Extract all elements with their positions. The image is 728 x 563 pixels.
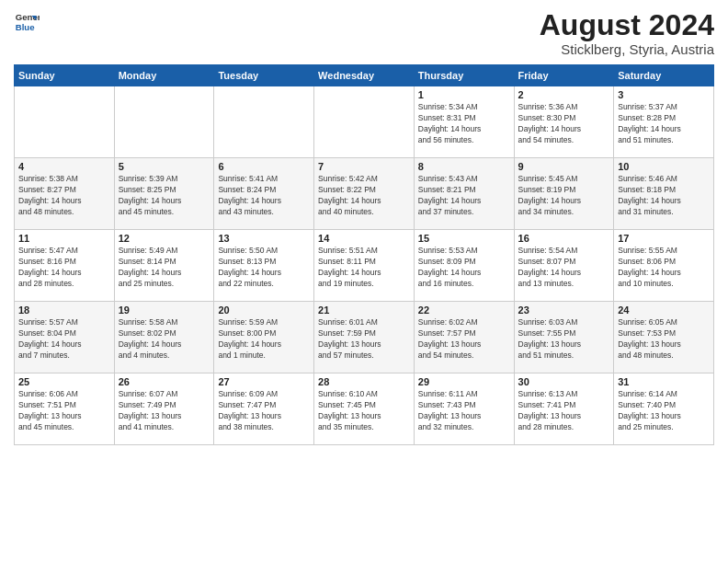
day-info: Sunrise: 5:59 AM Sunset: 8:00 PM Dayligh… bbox=[218, 317, 310, 362]
day-number: 24 bbox=[618, 304, 710, 316]
day-info: Sunrise: 6:14 AM Sunset: 7:40 PM Dayligh… bbox=[618, 389, 710, 433]
day-info: Sunrise: 5:50 AM Sunset: 8:13 PM Dayligh… bbox=[218, 246, 310, 290]
calendar-table: Sunday Monday Tuesday Wednesday Thursday… bbox=[14, 64, 714, 445]
day-number: 21 bbox=[318, 304, 410, 316]
day-number: 7 bbox=[318, 161, 410, 172]
day-info: Sunrise: 6:10 AM Sunset: 7:45 PM Dayligh… bbox=[318, 389, 410, 433]
table-row bbox=[114, 86, 214, 158]
day-info: Sunrise: 6:13 AM Sunset: 7:41 PM Dayligh… bbox=[518, 389, 610, 433]
table-row: 3Sunrise: 5:37 AM Sunset: 8:28 PM Daylig… bbox=[614, 86, 714, 158]
day-number: 13 bbox=[218, 233, 310, 244]
table-row: 29Sunrise: 6:11 AM Sunset: 7:43 PM Dayli… bbox=[414, 373, 514, 445]
day-info: Sunrise: 5:34 AM Sunset: 8:31 PM Dayligh… bbox=[418, 102, 510, 146]
day-number: 30 bbox=[518, 376, 610, 387]
day-info: Sunrise: 6:05 AM Sunset: 7:53 PM Dayligh… bbox=[618, 317, 710, 362]
day-info: Sunrise: 6:09 AM Sunset: 7:47 PM Dayligh… bbox=[218, 389, 310, 433]
day-number: 6 bbox=[218, 161, 310, 172]
day-info: Sunrise: 5:39 AM Sunset: 8:25 PM Dayligh… bbox=[119, 174, 210, 218]
col-saturday: Saturday bbox=[614, 65, 714, 86]
logo: General Blue bbox=[14, 9, 40, 35]
day-info: Sunrise: 5:47 AM Sunset: 8:16 PM Dayligh… bbox=[18, 246, 110, 290]
day-number: 17 bbox=[618, 233, 710, 244]
day-number: 23 bbox=[518, 304, 610, 316]
day-number: 11 bbox=[18, 233, 110, 244]
day-info: Sunrise: 6:07 AM Sunset: 7:49 PM Dayligh… bbox=[119, 389, 210, 433]
day-info: Sunrise: 6:02 AM Sunset: 7:57 PM Dayligh… bbox=[418, 317, 510, 362]
table-row: 14Sunrise: 5:51 AM Sunset: 8:11 PM Dayli… bbox=[314, 230, 415, 302]
day-info: Sunrise: 5:53 AM Sunset: 8:09 PM Dayligh… bbox=[418, 246, 510, 290]
day-number: 8 bbox=[418, 161, 510, 172]
table-row: 19Sunrise: 5:58 AM Sunset: 8:02 PM Dayli… bbox=[114, 302, 214, 373]
day-info: Sunrise: 5:57 AM Sunset: 8:04 PM Dayligh… bbox=[18, 317, 110, 362]
day-info: Sunrise: 5:38 AM Sunset: 8:27 PM Dayligh… bbox=[18, 174, 110, 218]
table-row bbox=[214, 86, 314, 158]
day-number: 29 bbox=[418, 376, 510, 387]
day-info: Sunrise: 5:43 AM Sunset: 8:21 PM Dayligh… bbox=[418, 174, 510, 218]
day-number: 26 bbox=[119, 376, 210, 387]
day-number: 4 bbox=[18, 161, 110, 172]
table-row: 9Sunrise: 5:45 AM Sunset: 8:19 PM Daylig… bbox=[514, 158, 614, 230]
table-row: 28Sunrise: 6:10 AM Sunset: 7:45 PM Dayli… bbox=[314, 373, 415, 445]
day-info: Sunrise: 5:42 AM Sunset: 8:22 PM Dayligh… bbox=[318, 174, 410, 218]
table-row: 21Sunrise: 6:01 AM Sunset: 7:59 PM Dayli… bbox=[314, 302, 415, 373]
day-info: Sunrise: 6:01 AM Sunset: 7:59 PM Dayligh… bbox=[318, 317, 410, 362]
day-number: 5 bbox=[119, 161, 210, 172]
col-friday: Friday bbox=[514, 65, 614, 86]
svg-text:Blue: Blue bbox=[16, 22, 35, 32]
day-info: Sunrise: 5:54 AM Sunset: 8:07 PM Dayligh… bbox=[518, 246, 610, 290]
table-row: 20Sunrise: 5:59 AM Sunset: 8:00 PM Dayli… bbox=[214, 302, 314, 373]
table-row: 15Sunrise: 5:53 AM Sunset: 8:09 PM Dayli… bbox=[414, 230, 514, 302]
day-info: Sunrise: 5:55 AM Sunset: 8:06 PM Dayligh… bbox=[618, 246, 710, 290]
day-number: 3 bbox=[618, 89, 710, 100]
table-row: 17Sunrise: 5:55 AM Sunset: 8:06 PM Dayli… bbox=[614, 230, 714, 302]
header-row: Sunday Monday Tuesday Wednesday Thursday… bbox=[15, 65, 714, 86]
table-row: 2Sunrise: 5:36 AM Sunset: 8:30 PM Daylig… bbox=[514, 86, 614, 158]
table-row: 8Sunrise: 5:43 AM Sunset: 8:21 PM Daylig… bbox=[414, 158, 514, 230]
day-number: 2 bbox=[518, 89, 610, 100]
table-row: 26Sunrise: 6:07 AM Sunset: 7:49 PM Dayli… bbox=[114, 373, 214, 445]
header: General Blue August 2024 Sticklberg, Sty… bbox=[14, 9, 714, 57]
table-row: 5Sunrise: 5:39 AM Sunset: 8:25 PM Daylig… bbox=[114, 158, 214, 230]
day-info: Sunrise: 5:37 AM Sunset: 8:28 PM Dayligh… bbox=[618, 102, 710, 146]
day-info: Sunrise: 6:11 AM Sunset: 7:43 PM Dayligh… bbox=[418, 389, 510, 433]
day-number: 15 bbox=[418, 233, 510, 244]
day-info: Sunrise: 5:51 AM Sunset: 8:11 PM Dayligh… bbox=[318, 246, 410, 290]
col-wednesday: Wednesday bbox=[314, 65, 415, 86]
day-number: 19 bbox=[119, 304, 210, 316]
col-sunday: Sunday bbox=[15, 65, 115, 86]
col-thursday: Thursday bbox=[414, 65, 514, 86]
day-info: Sunrise: 5:49 AM Sunset: 8:14 PM Dayligh… bbox=[119, 246, 210, 290]
location: Sticklberg, Styria, Austria bbox=[540, 41, 714, 57]
table-row: 27Sunrise: 6:09 AM Sunset: 7:47 PM Dayli… bbox=[214, 373, 314, 445]
table-row: 6Sunrise: 5:41 AM Sunset: 8:24 PM Daylig… bbox=[214, 158, 314, 230]
day-number: 12 bbox=[119, 233, 210, 244]
day-number: 20 bbox=[218, 304, 310, 316]
day-info: Sunrise: 5:36 AM Sunset: 8:30 PM Dayligh… bbox=[518, 102, 610, 146]
day-number: 31 bbox=[618, 376, 710, 387]
table-row: 4Sunrise: 5:38 AM Sunset: 8:27 PM Daylig… bbox=[15, 158, 115, 230]
table-row: 22Sunrise: 6:02 AM Sunset: 7:57 PM Dayli… bbox=[414, 302, 514, 373]
day-number: 9 bbox=[518, 161, 610, 172]
table-row: 25Sunrise: 6:06 AM Sunset: 7:51 PM Dayli… bbox=[15, 373, 115, 445]
table-row: 16Sunrise: 5:54 AM Sunset: 8:07 PM Dayli… bbox=[514, 230, 614, 302]
day-number: 25 bbox=[18, 376, 110, 387]
day-number: 1 bbox=[418, 89, 510, 100]
table-row: 7Sunrise: 5:42 AM Sunset: 8:22 PM Daylig… bbox=[314, 158, 415, 230]
table-row bbox=[314, 86, 415, 158]
day-number: 16 bbox=[518, 233, 610, 244]
day-info: Sunrise: 6:06 AM Sunset: 7:51 PM Dayligh… bbox=[18, 389, 110, 433]
day-info: Sunrise: 5:46 AM Sunset: 8:18 PM Dayligh… bbox=[618, 174, 710, 218]
table-row: 13Sunrise: 5:50 AM Sunset: 8:13 PM Dayli… bbox=[214, 230, 314, 302]
day-info: Sunrise: 5:58 AM Sunset: 8:02 PM Dayligh… bbox=[119, 317, 210, 362]
title-block: August 2024 Sticklberg, Styria, Austria bbox=[540, 9, 714, 57]
day-number: 22 bbox=[418, 304, 510, 316]
col-tuesday: Tuesday bbox=[214, 65, 314, 86]
table-row: 12Sunrise: 5:49 AM Sunset: 8:14 PM Dayli… bbox=[114, 230, 214, 302]
day-number: 14 bbox=[318, 233, 410, 244]
logo-icon: General Blue bbox=[14, 9, 40, 35]
table-row bbox=[15, 86, 115, 158]
day-info: Sunrise: 6:03 AM Sunset: 7:55 PM Dayligh… bbox=[518, 317, 610, 362]
table-row: 11Sunrise: 5:47 AM Sunset: 8:16 PM Dayli… bbox=[15, 230, 115, 302]
table-row: 30Sunrise: 6:13 AM Sunset: 7:41 PM Dayli… bbox=[514, 373, 614, 445]
table-row: 1Sunrise: 5:34 AM Sunset: 8:31 PM Daylig… bbox=[414, 86, 514, 158]
